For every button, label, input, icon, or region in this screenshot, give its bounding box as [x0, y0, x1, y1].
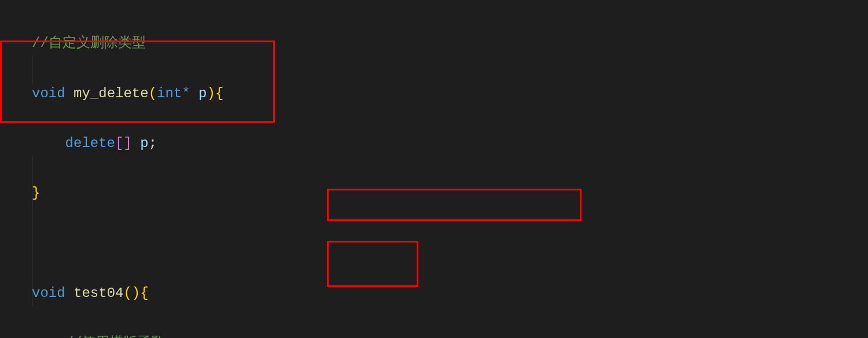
code-line: delete[] p; — [0, 131, 868, 156]
comment-text: //使用模版函数 — [65, 335, 165, 338]
paren: ( — [149, 86, 157, 101]
indent-guide — [32, 56, 32, 83]
code-line: void test04(){ — [0, 281, 868, 306]
brace: } — [32, 185, 40, 201]
code-editor[interactable]: //自定义删除类型 void my_delete(int* p){ delete… — [0, 0, 868, 338]
variable: p — [198, 86, 207, 101]
bracket: [ — [115, 135, 123, 151]
indent-guide — [32, 156, 32, 307]
variable: p — [140, 135, 148, 151]
type: int — [157, 86, 182, 101]
code-line — [0, 231, 868, 256]
semicolon: ; — [149, 135, 157, 151]
keyword: delete — [65, 135, 115, 151]
code-line: } — [0, 181, 868, 205]
code-line: void my_delete(int* p){ — [0, 81, 868, 106]
code-line: //使用模版函数 — [0, 330, 868, 338]
comment-text: //自定义删除类型 — [32, 35, 146, 51]
keyword: void — [32, 285, 65, 301]
star: * — [182, 86, 190, 101]
keyword: void — [32, 86, 65, 101]
paren: ) — [132, 285, 140, 301]
function-name: test04 — [73, 285, 123, 301]
brace: { — [140, 285, 148, 301]
bracket: ] — [123, 135, 131, 151]
brace: { — [215, 86, 223, 101]
paren: ( — [123, 285, 131, 301]
code-line: //自定义删除类型 — [0, 31, 868, 56]
paren: ) — [207, 86, 215, 101]
function-name: my_delete — [73, 86, 149, 101]
